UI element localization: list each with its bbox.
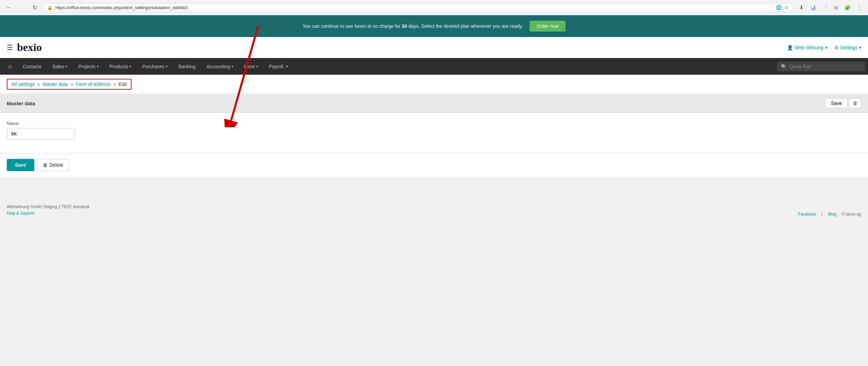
search-icon: 🔍 — [781, 64, 787, 69]
breadcrumb: All settings » Master data » Form of add… — [7, 79, 132, 90]
main-navigation: ⌂ Contacts Sales ▾ Projects ▾ Products ▾… — [0, 58, 868, 75]
user-name: Web Wirkung — [795, 45, 823, 50]
user-avatar-icon: 👤 — [787, 45, 793, 50]
breadcrumb-form-of-address[interactable]: Form of address — [76, 81, 110, 87]
browser-chrome: ← → ↻ 🔒 https://office.bexio.com/index.p… — [0, 0, 868, 15]
sales-dropdown-arrow: ▾ — [66, 65, 67, 68]
form-actions: Save 🗑 Delete — [0, 153, 868, 177]
delete-trash-icon: 🗑 — [43, 162, 48, 168]
delete-button[interactable]: 🗑 Delete — [37, 159, 69, 171]
hamburger-menu[interactable]: ☰ — [7, 43, 13, 52]
browser-action-buttons: ⬇ 📊 📄 N 🧩 ⋮ — [797, 3, 864, 12]
form-section: Name — [0, 113, 868, 153]
nav-payroll[interactable]: Payroll ↗ — [263, 59, 294, 74]
forward-button[interactable]: → — [17, 3, 27, 12]
section-header: Master data Save 🗑 — [0, 94, 868, 113]
nav-more[interactable]: More ▾ — [239, 59, 263, 74]
purchases-dropdown-arrow: ▾ — [166, 65, 168, 68]
url-text: https://office.bexio.com/index.php/clien… — [55, 5, 773, 10]
breadcrumb-sep-1: » — [37, 81, 40, 87]
banner-text: You can continue to use bexio at no char… — [302, 23, 524, 29]
accounting-dropdown-arrow: ▾ — [231, 65, 233, 68]
translate-icon: 🌐 — [776, 5, 782, 10]
nav-home-button[interactable]: ⌂ — [3, 58, 17, 75]
header-right: 👤 Web Wirkung ▾ ⚙ Settings ▾ — [787, 45, 861, 50]
nav-sales[interactable]: Sales ▾ — [47, 59, 73, 74]
history-icon[interactable]: 📊 — [808, 3, 818, 12]
settings-menu[interactable]: ⚙ Settings ▾ — [834, 45, 861, 50]
reload-button[interactable]: ↻ — [30, 3, 39, 12]
more-dropdown-arrow: ▾ — [256, 65, 258, 68]
quick-find-container: 🔍 — [777, 62, 865, 71]
nav-banking[interactable]: Banking — [173, 59, 201, 74]
footer: Webwirkung GmbH Staging 2 TEST donotcall… — [0, 197, 868, 223]
footer-divider: | — [821, 212, 822, 217]
breadcrumb-master-data[interactable]: Master data — [43, 81, 68, 87]
footer-blog-link[interactable]: Blog — [828, 212, 836, 217]
back-button[interactable]: ← — [4, 3, 14, 12]
extensions-icon[interactable]: 🧩 — [843, 3, 852, 12]
name-field-group: Name — [7, 121, 861, 140]
user-dropdown-arrow: ▾ — [825, 45, 828, 50]
settings-label: Settings — [840, 45, 857, 50]
header-save-button[interactable]: Save — [825, 98, 848, 108]
quick-find-input[interactable] — [789, 64, 861, 69]
footer-copyright: © bexio ag — [841, 212, 861, 217]
footer-facebook-link[interactable]: Facebook — [798, 212, 816, 217]
breadcrumb-sep-3: » — [113, 81, 116, 87]
star-icon: ☆ — [784, 5, 789, 10]
name-label: Name — [7, 121, 861, 126]
nav-accounting[interactable]: Accounting ▾ — [201, 59, 239, 74]
breadcrumb-sep-2: » — [70, 81, 73, 87]
section-title: Master data — [7, 100, 35, 106]
settings-gear-icon: ⚙ — [834, 45, 839, 50]
section-actions: Save 🗑 — [825, 98, 861, 108]
user-menu[interactable]: 👤 Web Wirkung ▾ — [787, 45, 828, 50]
nav-projects[interactable]: Projects ▾ — [73, 59, 104, 74]
profile-icon[interactable]: N — [831, 3, 841, 12]
app-header: ☰ bexio 👤 Web Wirkung ▾ ⚙ Settings ▾ — [0, 37, 868, 58]
breadcrumb-all-settings[interactable]: All settings — [12, 81, 35, 87]
footer-right: Facebook | Blog © bexio ag — [798, 212, 861, 217]
name-input[interactable] — [7, 128, 75, 140]
trial-banner: You can continue to use bexio at no char… — [0, 15, 868, 37]
nav-contacts[interactable]: Contacts — [17, 59, 47, 74]
footer-company: Webwirkung GmbH Staging 2 TEST donotcall — [7, 204, 89, 210]
nav-purchases[interactable]: Purchases ▾ — [137, 59, 173, 74]
nav-products[interactable]: Products ▾ — [104, 59, 137, 74]
order-now-button[interactable]: Order now — [530, 21, 565, 32]
save-button[interactable]: Save — [7, 159, 34, 171]
breadcrumb-section: All settings » Master data » Form of add… — [0, 75, 868, 94]
trash-icon: 🗑 — [853, 100, 857, 106]
address-bar[interactable]: 🔒 https://office.bexio.com/index.php/cli… — [43, 3, 793, 12]
app-logo: bexio — [17, 41, 42, 54]
reader-icon[interactable]: 📄 — [820, 3, 829, 12]
projects-dropdown-arrow: ▾ — [97, 65, 99, 68]
products-dropdown-arrow: ▾ — [129, 65, 131, 68]
main-content: Master data Save 🗑 Name Save 🗑 Delete — [0, 94, 868, 177]
settings-dropdown-arrow: ▾ — [859, 45, 861, 50]
breadcrumb-current: Edit — [119, 81, 127, 87]
menu-icon[interactable]: ⋮ — [854, 3, 864, 12]
header-delete-button[interactable]: 🗑 — [849, 98, 861, 108]
footer-support-link[interactable]: Help & Support — [7, 211, 34, 216]
footer-left: Webwirkung GmbH Staging 2 TEST donotcall… — [7, 204, 89, 217]
logo-area: ☰ bexio — [7, 41, 42, 54]
security-icon: 🔒 — [47, 5, 53, 10]
download-icon[interactable]: ⬇ — [797, 3, 806, 12]
